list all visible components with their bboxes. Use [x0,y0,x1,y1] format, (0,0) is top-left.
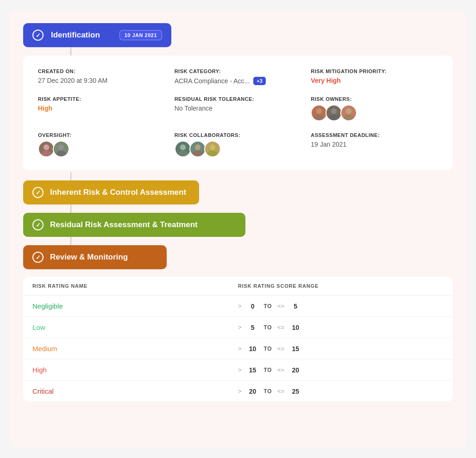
step-review-label: Review & Monitoring [50,253,128,262]
step-residual-label: Residual Risk Assessment & Treatment [50,220,198,229]
score-to: TO [264,367,272,373]
col-risk-rating-score: RISK RATING SCORE RANGE [238,283,444,289]
avatar-oversight-2 [53,141,69,157]
score-op2: <= [277,388,284,395]
svg-point-4 [346,108,351,114]
score-val1: 15 [247,366,258,374]
score-range: > 5 TO <= 10 [238,324,444,331]
step-connector-1 [70,172,71,180]
created-on-value: 27 Dec 2020 at 9:30 AM [38,77,165,84]
svg-point-11 [178,151,188,157]
step-connector-3 [70,237,71,245]
svg-point-15 [207,151,217,157]
svg-point-2 [331,108,337,114]
step-review[interactable]: Review & Monitoring [23,245,167,269]
risk-category-badge: +3 [253,77,266,85]
risk-rating-table: RISK RATING NAME RISK RATING SCORE RANGE… [23,277,453,402]
svg-point-7 [41,151,51,157]
avatar-owner-3 [340,105,357,121]
svg-point-5 [344,115,354,121]
avatar-collab-3 [204,141,221,157]
svg-point-10 [180,144,185,150]
risk-mitigation-value: Very High [311,77,438,84]
avatar-collab-2 [189,141,206,157]
score-range: > 0 TO <= 5 [238,303,444,310]
score-to: TO [264,303,272,309]
risk-name: Negligible [32,302,238,310]
risk-appetite-label: RISK APPETITE: [38,96,165,102]
oversight-field: OVERSIGHT: [38,132,165,157]
collaborators-avatars [175,141,302,157]
step-review-check-icon [32,252,44,263]
residual-risk-value: No Tolerance [175,105,302,112]
svg-point-12 [194,144,200,150]
svg-point-0 [316,108,322,114]
svg-point-14 [209,144,215,150]
table-row: High > 15 TO <= 20 [23,359,453,381]
step-inherent-label: Inherent Risk & Control Assessment [50,188,186,197]
risk-owners-avatars [311,105,438,121]
score-op2: <= [277,303,284,309]
score-val2: 20 [290,366,301,374]
risk-category-row: ACRA Compliance - Acc... +3 [175,77,302,85]
score-val2: 15 [290,345,301,353]
assessment-deadline-field: ASSESSMENT DEADLINE: 19 Jan 2021 [311,132,438,157]
identification-date-badge: 10 JAN 2021 [119,30,162,40]
table-row: Low > 5 TO <= 10 [23,317,453,338]
risk-appetite-field: RISK APPETITE: High [38,96,165,121]
residual-risk-label: RESIDUAL RISK TOLERANCE: [175,96,302,102]
score-val1: 10 [247,345,258,353]
risk-name: Medium [32,345,238,353]
svg-point-3 [329,115,339,121]
risk-name: Critical [32,387,238,395]
score-op1: > [238,366,242,373]
svg-point-9 [56,151,66,157]
score-to: TO [264,346,272,352]
avatar-collab-1 [175,141,191,157]
score-op1: > [238,388,242,395]
risk-name: Low [32,323,238,331]
risk-name: High [32,366,238,374]
score-op1: > [238,303,242,309]
score-val2: 25 [290,388,301,395]
score-val1: 0 [247,303,258,310]
step-connector-2 [70,204,71,213]
table-row: Negligible > 0 TO <= 5 [23,296,453,317]
score-to: TO [264,388,272,395]
risk-collaborators-label: RISK COLLABORATORS: [175,132,302,138]
identification-label: Identification [51,31,112,40]
connector-1 [70,47,71,56]
step-inherent[interactable]: Inherent Risk & Control Assessment [23,180,199,204]
step-residual-check-icon [32,219,44,230]
svg-point-13 [193,151,202,157]
risk-category-field: RISK CATEGORY: ACRA Compliance - Acc... … [175,68,302,85]
oversight-label: OVERSIGHT: [38,132,165,138]
score-range: > 10 TO <= 15 [238,345,444,353]
score-range: > 20 TO <= 25 [238,388,444,395]
risk-mitigation-field: RISK MITIGATION PRIORITY: Very High [311,68,438,85]
svg-point-1 [314,115,324,121]
step-inherent-check-icon [32,187,44,198]
risk-owners-field: RISK OWNERS: [311,96,438,121]
table-row: Critical > 20 TO <= 25 [23,381,453,402]
step-residual[interactable]: Residual Risk Assessment & Treatment [23,213,245,237]
residual-risk-field: RESIDUAL RISK TOLERANCE: No Tolerance [175,96,302,121]
score-val2: 5 [290,303,301,310]
created-on-label: CREATED ON: [38,68,165,74]
risk-category-label: RISK CATEGORY: [175,68,302,74]
col-risk-rating-name: RISK RATING NAME [32,283,238,289]
avatar-owner-2 [326,105,342,121]
identification-bar[interactable]: Identification 10 JAN 2021 [23,23,171,47]
score-op1: > [238,345,242,352]
risk-appetite-value: High [38,105,165,112]
risk-category-value: ACRA Compliance - Acc... [175,77,250,85]
table-row: Medium > 10 TO <= 15 [23,338,453,359]
score-range: > 15 TO <= 20 [238,366,444,374]
risk-owners-label: RISK OWNERS: [311,96,438,102]
oversight-avatars [38,141,165,157]
steps-section: Inherent Risk & Control Assessment Resid… [23,172,453,269]
avatar-owner-1 [311,105,327,121]
score-op2: <= [277,366,284,373]
score-to: TO [264,324,272,331]
assessment-deadline-value: 19 Jan 2021 [311,141,438,148]
